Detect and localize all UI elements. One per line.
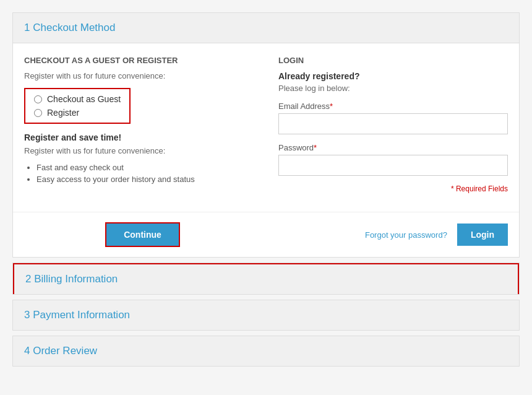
- continue-button[interactable]: Continue: [105, 222, 180, 247]
- login-button[interactable]: Login: [457, 224, 508, 246]
- billing-information-section: 2 Billing Information: [12, 263, 520, 295]
- billing-information-header: 2 Billing Information: [13, 263, 519, 294]
- section-3-title-text: Payment Information: [30, 309, 130, 321]
- password-label: Password*: [278, 143, 508, 152]
- required-note: * Required Fields: [278, 184, 508, 193]
- section-2-title: 2: [25, 273, 34, 285]
- guest-radio-item[interactable]: Checkout as Guest: [34, 94, 121, 104]
- order-review-section: 4 Order Review: [12, 336, 520, 367]
- checkout-two-col: CHECKOUT AS A GUEST OR REGISTER Register…: [24, 56, 508, 199]
- guest-radio-label: Checkout as Guest: [47, 94, 121, 104]
- section-1-title-text: Checkout Method: [30, 22, 115, 33]
- forgot-password-link[interactable]: Forgot your password?: [365, 230, 447, 240]
- login-col: LOGIN Already registered? Please log in …: [278, 56, 508, 199]
- register-subtext: Register with us for future convenience:: [24, 71, 254, 80]
- guest-radio[interactable]: [34, 95, 42, 103]
- section-2-title-text: Billing Information: [34, 273, 118, 285]
- section-4-title-text: Order Review: [30, 345, 97, 357]
- continue-action: Continue: [24, 222, 261, 247]
- password-input[interactable]: [278, 155, 508, 176]
- checkout-method-body: CHECKOUT AS A GUEST OR REGISTER Register…: [13, 43, 519, 212]
- convenience-text: Register with us for future convenience:: [24, 146, 254, 155]
- email-input[interactable]: [278, 113, 508, 134]
- email-label: Email Address*: [278, 102, 508, 111]
- register-radio[interactable]: [34, 109, 42, 117]
- benefits-list: Fast and easy check out Easy access to y…: [24, 163, 254, 184]
- password-required-star: *: [314, 143, 317, 152]
- radio-options-box: Checkout as Guest Register: [24, 88, 131, 124]
- email-required-star: *: [330, 102, 333, 111]
- please-log-text: Please log in below:: [278, 84, 508, 93]
- checkout-method-section: 1 Checkout Method CHECKOUT AS A GUEST OR…: [12, 12, 520, 258]
- benefit-item-2: Easy access to your order history and st…: [36, 175, 254, 184]
- already-registered-text: Already registered?: [278, 71, 508, 81]
- checkout-page: 1 Checkout Method CHECKOUT AS A GUEST OR…: [12, 12, 520, 367]
- actions-row: Continue Forgot your password? Login: [13, 212, 519, 257]
- register-radio-label: Register: [47, 108, 79, 118]
- benefit-item-1: Fast and easy check out: [36, 163, 254, 172]
- save-time-label: Register and save time!: [24, 132, 254, 142]
- payment-information-section: 3 Payment Information: [12, 300, 520, 331]
- order-review-header: 4 Order Review: [13, 336, 519, 366]
- checkout-method-header: 1 Checkout Method: [13, 13, 519, 43]
- login-actions: Forgot your password? Login: [271, 224, 508, 246]
- payment-information-header: 3 Payment Information: [13, 300, 519, 330]
- register-radio-item[interactable]: Register: [34, 108, 121, 118]
- guest-register-col: CHECKOUT AS A GUEST OR REGISTER Register…: [24, 56, 254, 199]
- guest-register-heading: CHECKOUT AS A GUEST OR REGISTER: [24, 56, 254, 65]
- login-heading: LOGIN: [278, 56, 508, 65]
